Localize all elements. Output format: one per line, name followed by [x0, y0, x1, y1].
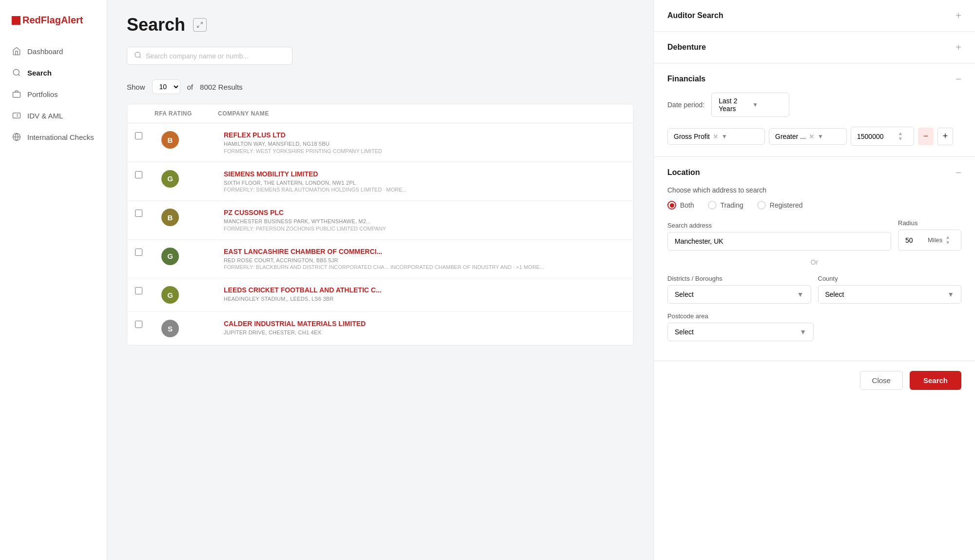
table-row: G EAST LANCASHIRE CHAMBER OF COMMERCI...… [127, 240, 633, 279]
operator-value: Greater ... [775, 133, 806, 140]
filter-value-field[interactable] [857, 133, 896, 140]
metric-clear-icon[interactable]: ✕ [713, 133, 719, 140]
checkbox-5[interactable] [135, 321, 142, 328]
results-total: 8002 Results [200, 83, 243, 91]
row-checkbox-3[interactable] [135, 248, 155, 256]
radio-both[interactable]: Both [667, 201, 694, 210]
checkbox-0[interactable] [135, 132, 142, 139]
panel-footer: Close Search [654, 361, 975, 400]
company-name-3[interactable]: EAST LANCASHIRE CHAMBER OF COMMERCI... [224, 248, 625, 255]
search-button[interactable]: Search [910, 371, 961, 390]
postcode-chevron-icon: ▼ [800, 328, 806, 336]
districts-select[interactable]: Select ▼ [667, 285, 811, 304]
radius-input-box[interactable]: Miles ▲ ▼ [898, 230, 961, 251]
company-name-4[interactable]: LEEDS CRICKET FOOTBALL AND ATHLETIC C... [224, 286, 625, 294]
rating-cell-3: G [155, 248, 218, 265]
radius-up-icon[interactable]: ▲ [945, 235, 950, 240]
location-collapse-icon[interactable]: − [956, 168, 961, 177]
spinner-down-icon[interactable]: ▼ [898, 136, 903, 141]
rating-cell-4: G [155, 286, 218, 304]
debenture-section: Debenture + [654, 32, 975, 63]
auditor-search-header[interactable]: Auditor Search + [667, 11, 961, 20]
postcode-select[interactable]: Select ▼ [667, 323, 814, 341]
results-per-page-select[interactable]: 10 25 50 [152, 79, 180, 94]
company-name-5[interactable]: CALDER INDUSTRIAL MATERIALS LIMITED [224, 320, 625, 328]
financials-title: Financials [667, 75, 705, 83]
row-checkbox-5[interactable] [135, 320, 155, 328]
search-address-group: Search address [667, 222, 891, 251]
sidebar-label-dashboard: Dashboard [27, 47, 63, 56]
spinner-up-icon[interactable]: ▲ [898, 131, 903, 136]
checkbox-3[interactable] [135, 249, 142, 256]
rating-cell-0: B [155, 131, 218, 149]
rating-badge-4: G [161, 286, 179, 304]
filter-value-input[interactable]: ▲ ▼ [851, 127, 914, 146]
radius-label: Radius [898, 219, 961, 227]
financials-collapse-icon[interactable]: − [956, 74, 961, 84]
debenture-header[interactable]: Debenture + [667, 42, 961, 52]
radio-both-circle [667, 201, 676, 210]
operator-select[interactable]: Greater ... ✕ ▼ [769, 128, 847, 145]
row-checkbox-0[interactable] [135, 131, 155, 139]
postcode-group: Postcode area Select ▼ [667, 312, 961, 341]
header-rfa-rating: RFA RATING [155, 110, 218, 117]
company-name-2[interactable]: PZ CUSSONS PLC [224, 209, 625, 216]
table-row: B PZ CUSSONS PLC MANCHESTER BUSINESS PAR… [127, 201, 633, 240]
debenture-expand-icon[interactable]: + [956, 42, 961, 52]
svg-rect-2 [13, 92, 20, 97]
operator-clear-icon[interactable]: ✕ [809, 133, 815, 140]
auditor-search-expand-icon[interactable]: + [956, 11, 961, 20]
main-search-bar[interactable]: Search company name or numb... [127, 47, 292, 65]
county-chevron-icon: ▼ [947, 290, 954, 298]
add-filter-button[interactable]: + [937, 128, 953, 145]
main-content: Search Search company name or numb... Sh… [107, 0, 653, 560]
page-header: Search [127, 15, 634, 35]
table-row: G SIEMENS MOBILITY LIMITED SIXTH FLOOR, … [127, 162, 633, 201]
radius-down-icon[interactable]: ▼ [945, 240, 950, 245]
remove-filter-button[interactable]: − [918, 128, 934, 145]
company-address-1: SIXTH FLOOR, THE LANTERN, LONDON, NW1 2P… [224, 179, 625, 187]
company-info-5: CALDER INDUSTRIAL MATERIALS LIMITED JUPI… [218, 320, 625, 337]
rating-cell-1: G [155, 170, 218, 188]
svg-line-12 [139, 57, 141, 58]
date-period-select[interactable]: Last 2 Years ▼ [711, 93, 789, 117]
address-radius-row: Search address Radius Miles ▲ ▼ [667, 219, 961, 251]
table-body: B REFLEX PLUS LTD HAMILTON WAY, MANSFIEL… [127, 123, 633, 345]
company-name-0[interactable]: REFLEX PLUS LTD [224, 131, 625, 139]
svg-point-11 [135, 52, 140, 58]
rating-cell-2: B [155, 209, 218, 226]
logo-black: Alert [61, 15, 83, 25]
sidebar-item-idv-aml[interactable]: IDV & AML [0, 105, 107, 126]
row-checkbox-1[interactable] [135, 170, 155, 178]
row-checkbox-4[interactable] [135, 286, 155, 294]
metric-select[interactable]: Gross Profit ✕ ▼ [667, 128, 765, 145]
financials-header[interactable]: Financials − [667, 74, 961, 84]
svg-point-0 [13, 69, 19, 75]
county-group: County Select ▼ [818, 275, 962, 304]
auditor-search-section: Auditor Search + [654, 0, 975, 32]
checkbox-1[interactable] [135, 171, 142, 178]
sidebar-item-dashboard[interactable]: Dashboard [0, 40, 107, 62]
sidebar-item-portfolios[interactable]: Portfolios [0, 83, 107, 105]
location-header[interactable]: Location − [667, 168, 961, 177]
company-name-1[interactable]: SIEMENS MOBILITY LIMITED [224, 170, 625, 178]
sidebar-item-international[interactable]: International Checks [0, 126, 107, 148]
company-formerly-3: FORMERLY: BLACKBURN AND DISTRICT INCORPO… [224, 264, 625, 270]
county-placeholder: Select [825, 290, 844, 298]
row-checkbox-2[interactable] [135, 209, 155, 217]
checkbox-2[interactable] [135, 210, 142, 217]
districts-label: Districts / Boroughs [667, 275, 811, 282]
search-address-input[interactable] [667, 232, 891, 251]
radio-registered[interactable]: Registered [757, 201, 803, 210]
checkbox-4[interactable] [135, 287, 142, 294]
radius-value-input[interactable] [905, 236, 925, 244]
county-select[interactable]: Select ▼ [818, 285, 962, 304]
financials-section: Financials − Date period: Last 2 Years ▼… [654, 63, 975, 157]
table-header: RFA RATING COMPANY NAME [127, 104, 633, 123]
date-period-chevron-icon: ▼ [752, 101, 782, 108]
radio-trading[interactable]: Trading [708, 201, 743, 210]
sidebar-item-search[interactable]: Search [0, 62, 107, 83]
close-button[interactable]: Close [860, 371, 903, 390]
expand-icon[interactable] [193, 18, 207, 32]
radius-spinners: ▲ ▼ [945, 235, 950, 245]
